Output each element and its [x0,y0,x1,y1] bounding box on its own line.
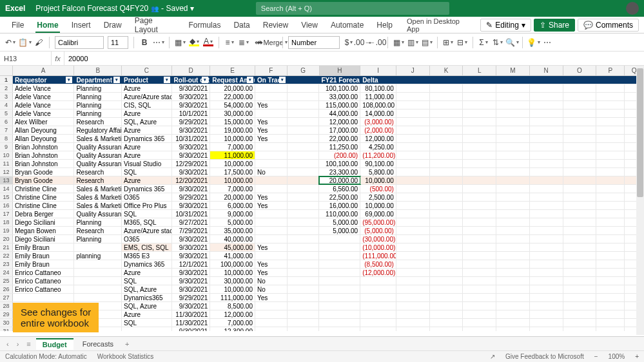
cell[interactable]: Enrico Cattaneo [13,269,75,276]
cell[interactable]: Yes [255,118,288,126]
cell[interactable]: (30,000.00) [360,235,396,243]
cell[interactable]: 9/30/2021 [172,252,211,260]
row-header[interactable]: 23 [0,260,13,268]
cell[interactable] [255,227,288,234]
row-header[interactable]: 15 [0,193,13,201]
borders-icon[interactable]: ▦ [175,37,185,48]
cell[interactable] [319,269,360,276]
cell[interactable] [396,235,430,243]
col-header[interactable]: O [563,66,597,75]
row-header[interactable]: 25 [0,277,13,285]
cell[interactable] [596,210,625,218]
cell[interactable]: No [255,285,288,293]
cell[interactable]: (5,000.00) [360,227,396,234]
cell[interactable]: Research [74,176,122,184]
cell[interactable] [563,277,597,285]
cell[interactable] [596,302,625,310]
insert-cells-icon[interactable]: ⊞ [443,37,453,48]
cell[interactable] [496,160,530,167]
header-cell[interactable]: Roll-out date▾ [172,76,211,84]
cell[interactable] [430,218,463,226]
cell[interactable] [563,269,597,276]
cell[interactable] [496,269,530,276]
align-middle-icon[interactable]: ≣ [239,37,249,48]
cell[interactable]: 12,000.00 [210,310,255,318]
cell[interactable] [396,327,430,331]
cell[interactable]: 33,000.00 [319,93,360,100]
cell[interactable] [463,294,496,301]
cell[interactable] [288,143,320,151]
cell[interactable] [430,118,463,126]
cell[interactable] [288,277,320,285]
cell[interactable] [530,252,563,260]
cell[interactable] [430,252,463,260]
cell[interactable]: Planning [74,218,122,226]
cell[interactable]: 16,000.00 [319,202,360,209]
cell[interactable] [563,252,597,260]
cell[interactable] [530,84,563,92]
cell[interactable] [463,176,496,184]
cell[interactable]: CIS, SQL [122,101,172,109]
tab-draw[interactable]: Draw [97,17,128,33]
currency-icon[interactable]: $ [344,37,354,48]
cell[interactable]: 100,100.00 [319,84,360,92]
cell[interactable]: 5,000.00 [210,218,255,226]
cell[interactable] [530,260,563,268]
cell[interactable]: Yes [255,126,288,134]
cell[interactable]: Adele Vance [13,101,75,109]
cell[interactable]: 5,800.00 [360,168,396,176]
cell[interactable]: M365, SQL [122,218,172,226]
zoom-in-icon[interactable]: + [635,353,639,360]
cell[interactable]: 19,000.00 [210,126,255,134]
cell[interactable] [530,319,563,327]
cell[interactable] [430,269,463,276]
cell[interactable] [430,243,463,251]
cell[interactable] [496,218,530,226]
cell[interactable] [463,260,496,268]
cell[interactable]: Quality Assurance [74,160,122,167]
cell[interactable]: Emily Braun [13,252,75,260]
cell[interactable] [563,302,597,310]
cell[interactable]: 22,000.00 [319,135,360,142]
increase-decimal-icon[interactable]: ←.00 [372,37,382,48]
cell[interactable] [319,327,360,331]
cell[interactable] [530,168,563,176]
zoom-level[interactable]: 100% [609,353,625,360]
cell[interactable] [319,277,360,285]
cell[interactable]: (95,000.00) [360,218,396,226]
cell[interactable]: Megan Bowen [13,227,75,234]
cell[interactable] [563,285,597,293]
cell[interactable] [596,176,625,184]
cell[interactable] [288,93,320,100]
cell[interactable]: Office Pro Plus [122,202,172,209]
cell[interactable] [563,294,597,301]
cell[interactable]: (10,000.00) [360,243,396,251]
formula-input[interactable] [64,52,644,65]
cell[interactable] [463,235,496,243]
row-header[interactable]: 19 [0,227,13,234]
cell[interactable] [563,227,597,234]
cell[interactable] [496,202,530,209]
cell[interactable] [360,294,396,301]
cell[interactable]: 2,500.00 [360,193,396,201]
cell[interactable] [255,327,288,331]
cell[interactable] [563,143,597,151]
cell[interactable] [530,185,563,193]
row-header[interactable]: 9 [0,143,13,151]
fx-icon[interactable]: fx [52,52,64,65]
cell[interactable]: 9/30/2021 [172,269,211,276]
cell[interactable] [74,269,122,276]
comments-button[interactable]: 💬 Comments [578,19,639,32]
cell[interactable] [496,110,530,117]
cell[interactable]: Planning [74,110,122,117]
cell[interactable] [430,110,463,117]
cell[interactable] [563,210,597,218]
cell[interactable] [396,168,430,176]
cell[interactable]: Bryan Goode [13,168,75,176]
cell[interactable] [496,84,530,92]
cell[interactable] [530,227,563,234]
cell[interactable] [360,285,396,293]
align-left-icon[interactable]: ≡ [224,37,235,48]
calc-mode[interactable]: Calculation Mode: Automatic [5,353,87,360]
cell[interactable]: 10/31/2021 [172,210,211,218]
